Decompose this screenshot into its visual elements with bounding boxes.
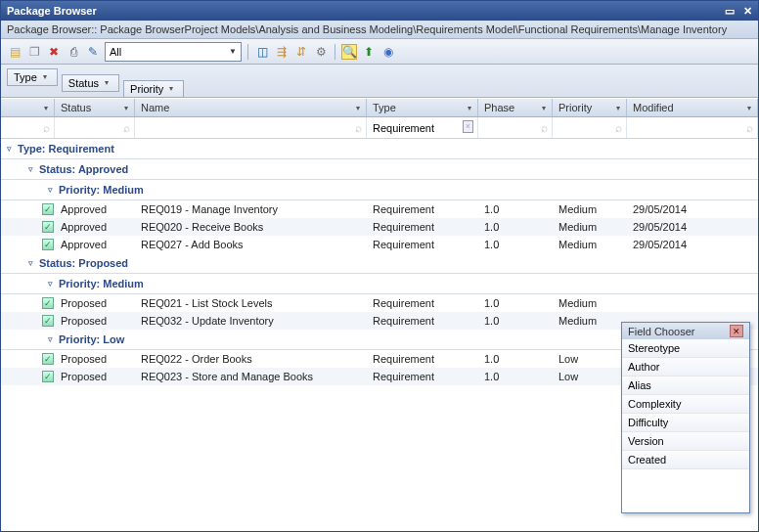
group-header[interactable]: ▿Priority: Medium — [1, 180, 758, 200]
field-chooser-item[interactable]: Difficulty — [622, 414, 749, 432]
toolbar: ▤ ❐ ✖ ⎙ ✎ All ▼ ◫ ⇶ ⇵ ⚙ 🔍 ⬆ ◉ — [1, 39, 758, 65]
requirement-icon — [42, 315, 54, 327]
cell-status: Approved — [55, 202, 135, 216]
row-icon — [40, 315, 55, 327]
row-icon — [40, 203, 55, 215]
cell-name: REQ027 - Add Books — [135, 238, 367, 251]
requirement-icon — [42, 203, 54, 215]
find-icon[interactable]: 🔍 — [341, 44, 357, 60]
row-icon — [40, 239, 55, 250]
filter-status[interactable]: ⌕ — [55, 117, 135, 138]
filter-icon[interactable]: ⌕ — [1, 117, 55, 138]
group-by-row: Type▾ Status▾ Priority▾ — [1, 65, 758, 98]
search-icon: ⌕ — [746, 121, 753, 135]
window-close-icon[interactable]: ✕ — [743, 5, 752, 17]
group-label: Status: Proposed — [39, 257, 128, 269]
cell-name: REQ022 - Order Books — [135, 352, 367, 366]
filter-modified[interactable]: ⌕ — [627, 117, 758, 138]
link-icon[interactable]: ⚙ — [313, 44, 329, 60]
cell-phase: 1.0 — [478, 202, 553, 216]
search-icon: ⌕ — [355, 121, 362, 135]
cell-type: Requirement — [367, 352, 478, 366]
column-header-phase[interactable]: Phase▾ — [478, 99, 553, 116]
table-row[interactable]: ApprovedREQ027 - Add BooksRequirement1.0… — [1, 236, 758, 253]
filter-row: ⌕ ⌕ ⌕ × ⌕ ⌕ ⌕ — [1, 117, 758, 139]
cell-name: REQ032 - Update Inventory — [135, 314, 367, 328]
group-header[interactable]: ▿Priority: Medium — [1, 274, 758, 294]
cell-type: Requirement — [367, 296, 478, 310]
group-header[interactable]: ▿Type: Requirement — [1, 139, 758, 159]
tree2-icon[interactable]: ⇵ — [293, 44, 309, 60]
filter-combo[interactable]: All ▼ — [105, 42, 242, 62]
group-label: Status: Approved — [39, 163, 128, 175]
select-package-icon[interactable]: ◫ — [254, 44, 270, 60]
column-header-name[interactable]: Name▾ — [135, 99, 367, 116]
group-chip-type[interactable]: Type▾ — [7, 68, 58, 86]
table-row[interactable]: ApprovedREQ020 - Receive BooksRequiremen… — [1, 218, 758, 236]
expand-icon: ▿ — [28, 164, 33, 174]
group-chip-priority[interactable]: Priority▾ — [123, 80, 184, 98]
field-chooser-close-icon[interactable]: ✕ — [730, 325, 743, 337]
requirement-icon — [42, 353, 54, 365]
field-chooser-dialog[interactable]: Field Chooser ✕ StereotypeAuthorAliasCom… — [621, 322, 750, 513]
column-header-priority[interactable]: Priority▾ — [553, 99, 627, 116]
cell-name: REQ020 - Receive Books — [135, 220, 367, 234]
help-icon[interactable]: ◉ — [380, 44, 396, 60]
expand-icon: ▿ — [48, 334, 53, 344]
field-chooser-item[interactable]: Alias — [622, 377, 749, 395]
filter-type[interactable]: × — [367, 117, 478, 138]
arrow-up-icon[interactable]: ⬆ — [361, 44, 377, 60]
filter-phase[interactable]: ⌕ — [478, 117, 553, 138]
requirement-icon — [42, 297, 54, 309]
field-chooser-item[interactable]: Version — [622, 432, 749, 451]
cell-status: Proposed — [55, 314, 135, 328]
requirement-icon — [42, 239, 54, 250]
tree-icon[interactable]: ⇶ — [274, 44, 290, 60]
field-chooser-item[interactable]: Stereotype — [622, 339, 749, 358]
cell-status: Proposed — [55, 352, 135, 366]
cell-type: Requirement — [367, 220, 478, 234]
group-label: Priority: Medium — [59, 184, 144, 196]
delete-icon[interactable]: ✖ — [46, 44, 62, 60]
requirement-icon — [42, 221, 54, 233]
group-header[interactable]: ▿Status: Approved — [1, 159, 758, 180]
column-headers: ▾ Status▾ Name▾ Type▾ Phase▾ Priority▾ M… — [1, 98, 758, 117]
cell-type: Requirement — [367, 370, 478, 383]
column-header-type[interactable]: Type▾ — [367, 99, 478, 116]
window-restore-icon[interactable]: ▭ — [725, 5, 735, 17]
search-icon: ⌕ — [615, 121, 622, 135]
field-chooser-item[interactable]: Complexity — [622, 395, 749, 414]
group-header[interactable]: ▿Status: Proposed — [1, 253, 758, 274]
print-icon[interactable]: ⎙ — [66, 44, 81, 60]
table-row[interactable]: ProposedREQ021 - List Stock LevelsRequir… — [1, 294, 758, 312]
column-header-icon[interactable]: ▾ — [1, 99, 55, 116]
table-row[interactable]: ApprovedREQ019 - Manage InventoryRequire… — [1, 200, 758, 218]
cell-phase: 1.0 — [478, 296, 553, 310]
cell-phase: 1.0 — [478, 220, 553, 234]
copy-icon[interactable]: ❐ — [26, 44, 42, 60]
clear-filter-icon[interactable]: × — [463, 120, 473, 133]
cell-modified: 29/05/2014 — [627, 202, 758, 216]
cell-status: Proposed — [55, 296, 135, 310]
filter-name[interactable]: ⌕ — [135, 117, 367, 138]
requirement-icon — [42, 371, 54, 382]
filter-combo-value: All — [110, 46, 121, 58]
cell-type: Requirement — [367, 202, 478, 216]
filter-type-input[interactable] — [371, 121, 473, 135]
expand-icon: ▿ — [48, 279, 53, 288]
column-header-status[interactable]: Status▾ — [55, 99, 135, 116]
filter-priority[interactable]: ⌕ — [553, 117, 627, 138]
group-chip-status[interactable]: Status▾ — [62, 74, 119, 92]
field-chooser-item[interactable]: Author — [622, 358, 749, 377]
field-chooser-titlebar: Field Chooser ✕ — [622, 323, 749, 339]
cell-status: Approved — [55, 220, 135, 234]
field-chooser-item[interactable]: Created — [622, 451, 749, 469]
edit-icon[interactable]: ✎ — [85, 44, 101, 60]
cell-priority: Medium — [553, 238, 627, 251]
column-header-modified[interactable]: Modified▾ — [627, 99, 758, 116]
group-label: Type: Requirement — [18, 143, 114, 155]
field-chooser-list: StereotypeAuthorAliasComplexityDifficult… — [622, 339, 749, 469]
new-file-icon[interactable]: ▤ — [7, 44, 22, 60]
cell-status: Approved — [55, 238, 135, 251]
chevron-down-icon: ▾ — [43, 72, 47, 81]
